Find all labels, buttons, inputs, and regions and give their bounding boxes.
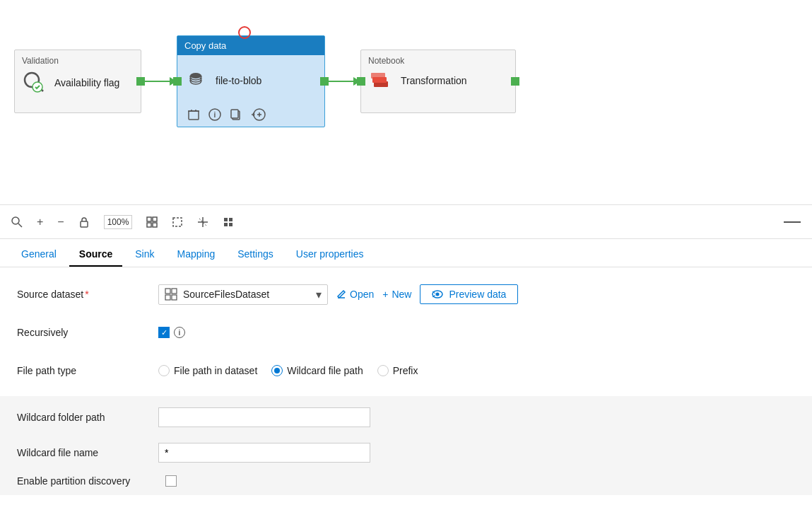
copy-data-node[interactable]: Copy data file-to-blob: [177, 35, 325, 127]
svg-rect-24: [147, 217, 151, 221]
radio-outer-wildcard: [271, 365, 283, 376]
validation-node-label: Availability flag: [54, 77, 119, 88]
dropdown-chevron: ▾: [316, 288, 322, 301]
radio-wildcard-file-path[interactable]: Wildcard file path: [271, 365, 363, 376]
recursively-controls: ✓ i: [158, 327, 795, 338]
svg-point-3: [190, 73, 201, 79]
connector-2: [325, 77, 360, 86]
wildcard-file-name-label: Wildcard file name: [17, 447, 158, 458]
notebook-node-title: Notebook: [368, 56, 508, 66]
toolbar-divider: [784, 221, 801, 223]
enable-partition-checkbox[interactable]: [165, 475, 177, 487]
fit-icon[interactable]: [146, 216, 158, 228]
svg-line-22: [18, 224, 22, 227]
notebook-input-connector: [357, 77, 365, 86]
tab-user-properties[interactable]: User properties: [286, 243, 374, 267]
notebook-output-connector: [511, 77, 519, 86]
svg-rect-25: [153, 217, 157, 221]
validation-node-title: Validation: [22, 56, 134, 66]
tab-bar: General Source Sink Mapping Settings Use…: [0, 239, 812, 267]
copy-node-body: file-to-blob: [177, 55, 324, 105]
radio-outer-prefix: [377, 365, 389, 376]
tab-sink[interactable]: Sink: [125, 243, 164, 267]
file-path-type-controls: File path in dataset Wildcard file path …: [158, 365, 795, 376]
copy-node-label: file-to-blob: [216, 75, 261, 86]
pipeline-canvas: Validation Availability flag C: [0, 0, 812, 205]
svg-rect-32: [224, 218, 228, 221]
preview-icon: [432, 290, 443, 298]
error-indicator: [238, 26, 251, 39]
recursively-checkbox[interactable]: ✓: [158, 327, 170, 338]
recursively-label: Recursively: [17, 327, 158, 338]
zoom-level[interactable]: 100%: [104, 215, 133, 229]
wildcard-folder-path-input[interactable]: [158, 407, 370, 427]
tab-mapping[interactable]: Mapping: [167, 243, 225, 267]
enable-partition-row: Enable partition discovery: [17, 475, 795, 487]
svg-rect-39: [172, 295, 177, 300]
validation-node-body: Availability flag: [22, 70, 134, 95]
pipeline-nodes: Validation Availability flag C: [14, 35, 516, 127]
file-path-radio-group: File path in dataset Wildcard file path …: [158, 365, 418, 376]
notebook-icon: [368, 70, 394, 91]
info-icon[interactable]: i: [208, 108, 221, 121]
svg-rect-20: [371, 73, 385, 79]
radio-file-path-dataset[interactable]: File path in dataset: [158, 365, 257, 376]
copy-node-actions: i: [177, 105, 324, 127]
wildcard-section: Wildcard folder path Wildcard file name …: [0, 396, 812, 495]
tab-settings[interactable]: Settings: [228, 243, 283, 267]
svg-text:i: i: [214, 111, 216, 119]
copy-data-icon: [187, 70, 208, 91]
new-button[interactable]: + New: [382, 289, 411, 300]
source-dataset-controls: SourceFilesDataset ▾ Open + New: [158, 284, 795, 305]
dataset-grid-icon: [165, 288, 177, 301]
delete-icon[interactable]: [187, 108, 200, 121]
connector-line-2: [325, 81, 353, 82]
validation-icon: [22, 70, 47, 95]
wildcard-folder-path-row: Wildcard folder path: [17, 405, 795, 430]
copy-input-connector: [173, 77, 182, 86]
svg-point-42: [436, 293, 440, 296]
svg-rect-35: [229, 223, 233, 226]
enable-partition-label: Enable partition discovery: [17, 475, 158, 487]
notebook-node-body: Transformation: [368, 70, 508, 91]
tab-source[interactable]: Source: [69, 243, 122, 267]
zoom-in-icon[interactable]: +: [37, 216, 43, 228]
pencil-icon: [336, 289, 346, 299]
select-icon[interactable]: [172, 216, 183, 228]
svg-rect-28: [173, 218, 182, 226]
svg-rect-23: [81, 221, 88, 227]
copy-icon[interactable]: [230, 108, 242, 121]
preview-data-button[interactable]: Preview data: [420, 284, 518, 304]
svg-rect-38: [165, 295, 170, 300]
recursively-info[interactable]: i: [174, 327, 185, 338]
file-path-type-label: File path type: [17, 365, 158, 376]
svg-rect-34: [224, 223, 228, 226]
wildcard-file-name-input[interactable]: [158, 443, 370, 463]
svg-rect-27: [153, 223, 157, 227]
recursively-row: Recursively ✓ i: [17, 320, 795, 345]
source-dataset-row: Source dataset* SourceFilesDataset ▾ Ope…: [17, 282, 795, 307]
radio-prefix[interactable]: Prefix: [377, 365, 418, 376]
lock-icon[interactable]: [78, 216, 90, 228]
svg-rect-36: [165, 289, 170, 294]
file-path-type-row: File path type File path in dataset Wild…: [17, 358, 795, 383]
notebook-node[interactable]: Notebook Transformation: [360, 50, 516, 113]
resize-icon[interactable]: [197, 216, 208, 228]
tab-general[interactable]: General: [11, 243, 66, 267]
svg-rect-37: [172, 289, 177, 294]
add-successor-icon[interactable]: [251, 108, 266, 121]
svg-point-21: [12, 217, 19, 224]
search-icon[interactable]: [11, 216, 23, 228]
wildcard-file-name-row: Wildcard file name: [17, 440, 795, 465]
open-button[interactable]: Open: [336, 289, 374, 300]
validation-node[interactable]: Validation Availability flag: [14, 50, 141, 113]
source-dataset-label: Source dataset*: [17, 289, 158, 300]
layers-icon[interactable]: [223, 216, 234, 228]
form-area: Source dataset* SourceFilesDataset ▾ Ope…: [0, 267, 812, 509]
svg-rect-4: [189, 111, 199, 120]
validation-output-connector: [136, 77, 145, 86]
connector-1: [141, 77, 177, 86]
connector-line-1: [141, 81, 170, 82]
zoom-out-icon[interactable]: −: [57, 216, 64, 228]
source-dataset-dropdown[interactable]: SourceFilesDataset ▾: [158, 284, 328, 305]
